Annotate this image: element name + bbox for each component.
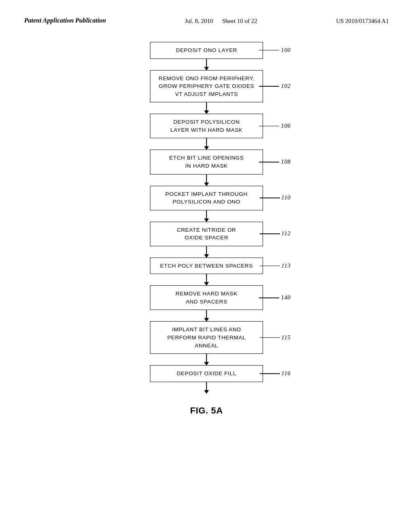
label-line-110: 110 <box>260 193 291 202</box>
label-horiz-line <box>260 266 280 266</box>
step-label-100: 100 <box>281 46 291 55</box>
sheet-info: Sheet 10 of 22 <box>222 18 257 24</box>
arrow-7 <box>206 310 207 321</box>
arrow-5 <box>206 246 207 258</box>
page-header: Patent Application Publication Jul. 8, 2… <box>24 16 389 26</box>
step-label-140: 140 <box>281 293 291 302</box>
step-label-108: 108 <box>281 158 291 166</box>
flow-step-100: DEPOSIT ONO LAYER100 <box>150 42 263 59</box>
label-horiz-line <box>260 197 280 198</box>
label-line-102: 102 <box>259 82 291 91</box>
step-label-112: 112 <box>282 229 291 238</box>
arrow-4 <box>206 210 207 222</box>
final-arrow <box>206 382 207 393</box>
flow-step-116: DEPOSIT OXIDE FILL116 <box>150 365 263 382</box>
figure-caption: FIG. 5A <box>190 405 223 416</box>
label-line-108: 108 <box>259 158 291 166</box>
flow-step-113: ETCH POLY BETWEEN SPACERS113 <box>150 258 263 274</box>
arrow-3 <box>206 175 207 186</box>
label-line-115: 115 <box>260 333 291 342</box>
label-horiz-line <box>259 297 279 298</box>
arrow-6 <box>206 274 207 285</box>
label-horiz-line <box>260 373 280 374</box>
label-horiz-line <box>259 86 279 87</box>
step-label-110: 110 <box>282 193 291 202</box>
flow-box-112: CREATE NITRIDE OROXIDE SPACER112 <box>150 222 263 246</box>
label-line-113: 113 <box>260 262 291 270</box>
label-line-106: 106 <box>259 122 291 131</box>
flow-step-110: POCKET IMPLANT THROUGHPOLYSILICON AND ON… <box>150 186 263 210</box>
step-label-106: 106 <box>281 122 291 131</box>
label-line-140: 140 <box>259 293 291 302</box>
arrow-8 <box>206 354 207 365</box>
label-horiz-line <box>259 162 279 162</box>
step-label-113: 113 <box>282 262 291 270</box>
label-line-112: 112 <box>260 229 291 238</box>
flow-step-115: IMPLANT BIT LINES ANDPERFORM RAPID THERM… <box>150 321 263 354</box>
flow-box-102: REMOVE ONO FROM PERIPHERY,GROW PERIPHERY… <box>150 70 263 103</box>
header-center: Jul. 8, 2010 Sheet 10 of 22 <box>185 16 257 26</box>
flowchart: DEPOSIT ONO LAYER100REMOVE ONO FROM PERI… <box>150 42 263 393</box>
arrow-1 <box>206 102 207 114</box>
label-line-100: 100 <box>259 46 291 55</box>
label-line-116: 116 <box>260 369 291 378</box>
flow-box-113: ETCH POLY BETWEEN SPACERS113 <box>150 258 263 274</box>
flow-step-106: DEPOSIT POLYSILICONLAYER WITH HARD MASK1… <box>150 114 263 138</box>
step-label-102: 102 <box>281 82 291 91</box>
flow-box-108: ETCH BIT LINE OPENINGSIN HARD MASK108 <box>150 150 263 174</box>
publication-title: Patent Application Publication <box>24 16 106 25</box>
step-label-116: 116 <box>282 369 291 378</box>
label-horiz-line <box>259 126 279 127</box>
flow-step-108: ETCH BIT LINE OPENINGSIN HARD MASK108 <box>150 150 263 174</box>
label-horiz-line <box>260 233 280 234</box>
flow-box-106: DEPOSIT POLYSILICONLAYER WITH HARD MASK1… <box>150 114 263 138</box>
flow-step-112: CREATE NITRIDE OROXIDE SPACER112 <box>150 222 263 246</box>
label-horiz-line <box>260 337 280 338</box>
flow-box-140: REMOVE HARD MASKAND SPACERS140 <box>150 285 263 310</box>
flow-step-102: REMOVE ONO FROM PERIPHERY,GROW PERIPHERY… <box>150 70 263 103</box>
label-horiz-line <box>259 50 279 51</box>
flow-box-110: POCKET IMPLANT THROUGHPOLYSILICON AND ON… <box>150 186 263 210</box>
flow-box-100: DEPOSIT ONO LAYER100 <box>150 42 263 59</box>
publication-date: Jul. 8, 2010 <box>185 18 213 24</box>
arrow-2 <box>206 138 207 150</box>
page: Patent Application Publication Jul. 8, 2… <box>0 0 413 532</box>
diagram-container: DEPOSIT ONO LAYER100REMOVE ONO FROM PERI… <box>24 42 389 416</box>
flow-box-115: IMPLANT BIT LINES ANDPERFORM RAPID THERM… <box>150 321 263 354</box>
publication-number: US 2010/0173464 A1 <box>336 16 389 26</box>
arrow-0 <box>206 59 207 70</box>
step-label-115: 115 <box>282 333 291 342</box>
flow-step-140: REMOVE HARD MASKAND SPACERS140 <box>150 285 263 310</box>
flow-box-116: DEPOSIT OXIDE FILL116 <box>150 365 263 382</box>
